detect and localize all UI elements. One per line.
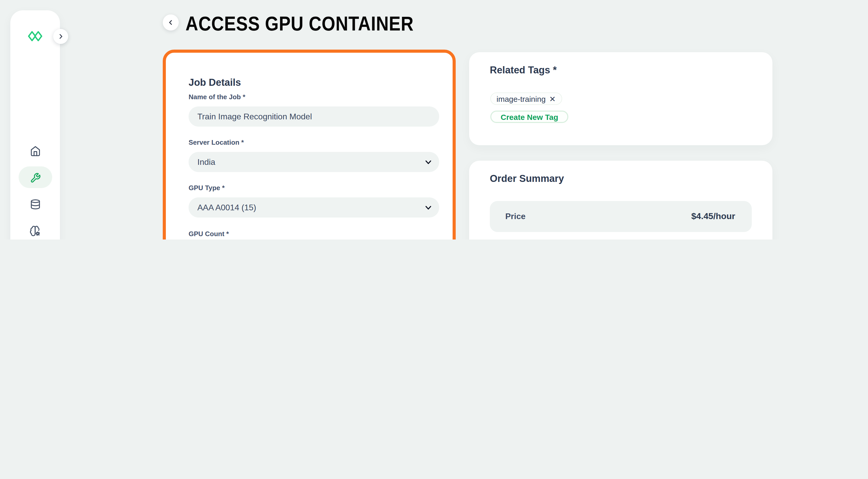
gpu-type-select[interactable]: AAA A0014 (15) — [189, 198, 439, 217]
order-summary-card: Order Summary Price $4.45/hour i Lorem i… — [469, 161, 772, 239]
chevron-down-icon — [425, 160, 431, 164]
chevron-right-icon — [58, 34, 64, 39]
gpu-type-label: GPU Type * — [189, 184, 225, 192]
page-title: ACCESS GPU CONTAINER — [185, 12, 413, 35]
server-location-select[interactable]: India — [189, 152, 439, 172]
gpu-type-value: AAA A0014 (15) — [197, 203, 256, 212]
job-name-input[interactable] — [197, 112, 430, 121]
sidebar-expand-button[interactable] — [53, 29, 68, 44]
sidebar-item-ai[interactable] — [24, 219, 46, 239]
close-icon[interactable]: ✕ — [549, 95, 556, 102]
tag-chip[interactable]: image-training ✕ — [490, 92, 562, 105]
gpu-count-label: GPU Count * — [189, 230, 229, 238]
job-details-card: Job Details Name of the Job * Server Loc… — [163, 50, 456, 239]
app-window: ACCESS GPU CONTAINER Job Details Name of… — [0, 0, 868, 239]
price-value: $4.45/hour — [691, 211, 735, 222]
sidebar-item-storage[interactable] — [24, 193, 46, 215]
chevron-down-icon — [425, 206, 431, 210]
field-group-job-name: Name of the Job * — [189, 93, 439, 127]
server-location-label: Server Location * — [189, 139, 244, 146]
wrench-icon — [30, 172, 40, 183]
field-group-server-location: Server Location * India — [189, 139, 439, 173]
field-group-gpu-type: GPU Type * AAA A0014 (15) — [189, 184, 439, 218]
related-tags-title: Related Tags * — [490, 65, 557, 76]
server-location-value: India — [197, 157, 215, 167]
sidebar-item-home[interactable] — [24, 140, 46, 162]
ai-settings-icon — [29, 225, 41, 237]
tag-label: image-training — [497, 94, 546, 103]
job-name-input-wrap — [189, 107, 439, 127]
order-summary-title: Order Summary — [490, 173, 564, 184]
field-group-gpu-count: GPU Count * 2 — [189, 230, 439, 239]
back-button[interactable] — [163, 14, 179, 30]
job-name-label: Name of the Job * — [189, 93, 245, 101]
create-new-tag-button[interactable]: Create New Tag — [490, 111, 568, 123]
related-tags-card: Related Tags * image-training ✕ Create N… — [469, 52, 772, 145]
price-row: Price $4.45/hour — [490, 201, 752, 232]
job-details-title: Job Details — [189, 77, 241, 88]
home-icon — [30, 146, 40, 156]
infinity-logo-icon — [27, 30, 43, 42]
price-label: Price — [505, 212, 525, 221]
sidebar-item-tools[interactable] — [24, 167, 46, 189]
database-icon — [30, 199, 40, 210]
chevron-left-icon — [168, 20, 174, 25]
